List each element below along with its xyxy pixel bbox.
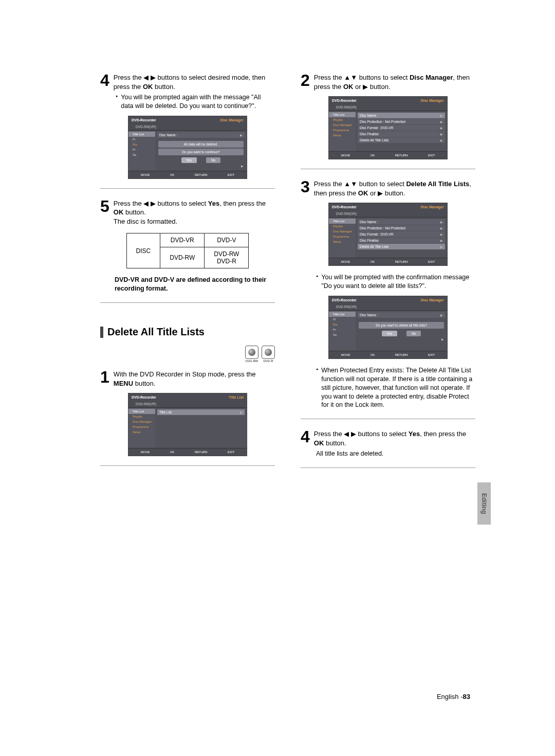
sidebar-item: Playlist — [329, 117, 356, 122]
mock-main: Disc Name :▶ All data will be deleted. D… — [155, 131, 247, 171]
mock-prompt: Do you want to continue? — [158, 149, 244, 155]
section-heading: Delete All Title Lists — [100, 326, 275, 338]
page-footer: English -83 — [437, 693, 470, 700]
divider — [301, 419, 475, 419]
cell: DVD-VR — [160, 233, 205, 247]
right-step-3: 3 Press the ▲▼ button to select Delete A… — [301, 178, 475, 197]
mock-sidebar: Title List Pl Dis Pr Se — [128, 131, 155, 171]
right-step-4: 4 Press the ◀ ▶ buttons to select Yes, t… — [301, 428, 475, 447]
sidebar-item: Playlist — [329, 224, 356, 229]
sidebar-item: Title List — [329, 112, 356, 117]
mock-section: Disc Manager — [220, 118, 244, 122]
footer-exit: EXIT — [228, 173, 234, 176]
play-icon: ▶ — [378, 189, 383, 197]
sidebar-item: Playlist — [128, 414, 155, 419]
table-caption: DVD-VR and DVD-V are defined according t… — [115, 276, 275, 293]
sidebar-item: Title List — [329, 312, 356, 317]
divider — [100, 188, 275, 189]
mock-subheader: DVD-RW(VR) — [128, 401, 247, 408]
sidebar-item: Disc Manager — [329, 229, 356, 234]
sidebar-item: Title List — [329, 219, 356, 224]
footer-return: RETURN — [195, 173, 208, 176]
badge-dvd-r: DVD-R — [262, 346, 275, 363]
sidebar-item: Dis — [329, 322, 356, 327]
step-body: Press the ◀ ▶ buttons to select Yes, the… — [114, 198, 275, 226]
mock-row: Title List▶ — [157, 409, 245, 415]
divider — [301, 467, 475, 468]
cell: DVD-V — [205, 233, 249, 247]
text: button. — [153, 83, 175, 91]
sidebar-item: Se — [329, 332, 356, 337]
text: Press the — [114, 74, 144, 81]
ok-label: OK — [143, 83, 153, 91]
right-step-3-bullet-2: When Protected Entry exists: The Delete … — [316, 366, 475, 409]
sidebar-item: Setup — [329, 239, 356, 244]
divider — [100, 302, 275, 303]
mock-prompt: All data will be deleted. — [158, 141, 244, 148]
step-body: With the DVD Recorder in Stop mode, pres… — [114, 369, 275, 388]
sidebar-item: Programme — [128, 424, 155, 429]
mock-yes: Yes — [181, 157, 197, 163]
sidebar-item: Programme — [329, 234, 356, 239]
step-number: 4 — [301, 428, 310, 445]
disc-badges: DVD-RW DVD-R — [100, 346, 275, 363]
left-step-5: 5 Press the ◀ ▶ buttons to select Yes, t… — [100, 198, 275, 226]
step-number: 4 — [100, 72, 109, 88]
step-number: 5 — [100, 198, 109, 214]
sidebar-item: Pr — [329, 327, 356, 332]
mock-no: No — [206, 157, 220, 163]
sidebar-item: Pl — [329, 317, 356, 322]
sidebar-item: Setup — [128, 429, 155, 435]
arrow-icons: ▲▼ — [344, 180, 357, 188]
mock-button-row: Yes No — [157, 156, 245, 164]
mock-prompt: Do you want to delete all title lists? — [359, 322, 444, 329]
mock-screenshot-title-list: DVD-Recorder Title List DVD-RW(VR) Title… — [128, 393, 247, 456]
arrow-icons: ▲▼ — [344, 74, 357, 81]
bullet-text: You will be prompted again with the mess… — [121, 93, 275, 111]
mock-screenshot-delete-all-selected: DVD-RecorderDisc Manager DVD-RW(VR) Titl… — [328, 203, 448, 266]
play-icon: ▶ — [363, 83, 368, 91]
left-step-4-bullet: You will be prompted again with the mess… — [116, 93, 275, 111]
divider — [100, 465, 275, 466]
sidebar-item: Dis — [128, 142, 155, 147]
sidebar-item: Title List — [128, 132, 155, 137]
mock-screenshot-delete-confirm: DVD-RecorderDisc Manager DVD-RW(VR) Titl… — [328, 296, 448, 359]
mock-yes: Yes — [382, 331, 398, 336]
sidebar-item: Disc Manager — [128, 419, 155, 424]
badge-dvd-rw: DVD-RW — [245, 346, 258, 363]
right-column: 2 Press the ▲▼ buttons to select Disc Ma… — [301, 72, 475, 477]
step-body: Press the ◀ ▶ buttons to select desired … — [114, 72, 275, 91]
arrow-icons: ◀ ▶ — [143, 74, 156, 81]
cell: DVD-RWDVD-R — [205, 247, 249, 268]
cell: DVD-RW — [160, 247, 205, 268]
side-tab-editing: Editing — [477, 482, 491, 525]
step-number: 2 — [301, 72, 310, 88]
step-number: 1 — [100, 369, 109, 385]
mock-title: DVD-Recorder — [132, 118, 156, 122]
mock-subheader: DVD-RW(VR) — [128, 124, 247, 131]
right-step-4-subnote: All title lists are deleted. — [316, 449, 475, 458]
sidebar-item: Title List — [128, 409, 155, 414]
right-step-2: 2 Press the ▲▼ buttons to select Disc Ma… — [301, 72, 475, 91]
mock-section: Title List — [229, 395, 244, 399]
sidebar-item: Programme — [329, 128, 356, 133]
mock-screenshot-disc-manager: DVD-RecorderDisc Manager DVD-RW(VR) Titl… — [328, 96, 448, 159]
sidebar-item: Pl — [128, 137, 155, 142]
sidebar-item: Disc Manager — [329, 122, 356, 128]
divider — [301, 169, 475, 169]
left-step-4: 4 Press the ◀ ▶ buttons to select desire… — [100, 72, 275, 91]
arrow-icons: ◀ ▶ — [344, 430, 356, 438]
right-step-3-bullet: You will be prompted with the confirmati… — [316, 273, 475, 291]
cell-disc: DISC — [126, 233, 160, 268]
mock-screenshot-format-confirm: DVD-Recorder Disc Manager DVD-RW(VR) Tit… — [128, 116, 247, 179]
footer-ok: OK — [170, 173, 175, 176]
mock-title: DVD-Recorder — [132, 395, 156, 399]
format-table: DISC DVD-VR DVD-V DVD-RW DVD-RWDVD-R — [126, 233, 249, 268]
sidebar-item: Se — [128, 152, 155, 157]
arrow-icons: ◀ ▶ — [143, 200, 156, 207]
footer-move: MOVE — [141, 173, 150, 176]
mock-row: Disc Name :▶ — [157, 132, 245, 138]
step-number: 3 — [301, 178, 310, 195]
mock-header: DVD-Recorder Disc Manager — [128, 116, 247, 124]
sidebar-item: Setup — [329, 133, 356, 138]
